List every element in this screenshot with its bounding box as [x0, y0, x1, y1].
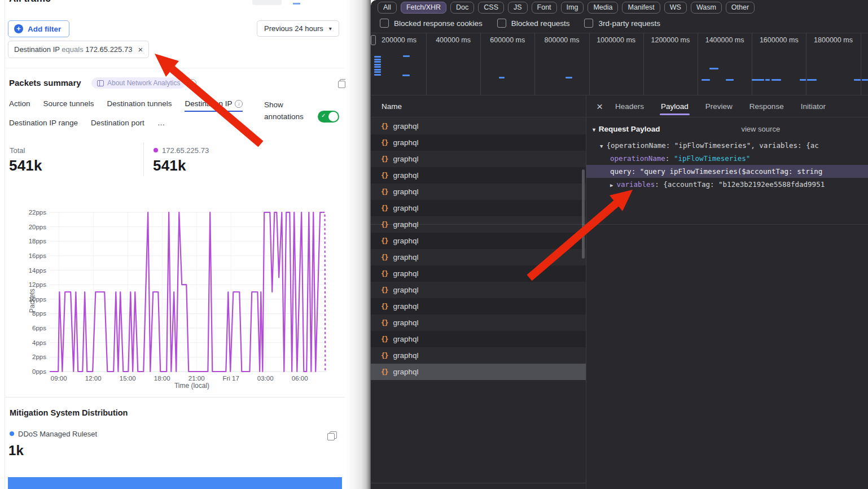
- svg-text:21:00: 21:00: [188, 375, 205, 382]
- details-tab-response[interactable]: Response: [749, 97, 784, 115]
- request-name: graphql: [393, 138, 418, 147]
- tab-label: Destination tunnels: [107, 99, 172, 108]
- request-row-graphql[interactable]: {}graphql: [371, 233, 586, 249]
- svg-text:20pps: 20pps: [29, 224, 47, 230]
- timeline-request-bar: [374, 56, 381, 58]
- payload-token: "query ipFlowTimeseries($accountTag: str…: [640, 167, 823, 176]
- name-column-header[interactable]: Name: [382, 102, 402, 111]
- triangle-down-icon[interactable]: ▼: [600, 143, 603, 149]
- add-filter-label: Add filter: [28, 25, 61, 33]
- tab-action[interactable]: Action: [9, 99, 30, 112]
- filter-chip[interactable]: Destination IP equals 172.65.225.73 ×: [8, 41, 149, 58]
- mitigation-legend: DDoS Managed Ruleset: [18, 430, 97, 438]
- details-tab-headers[interactable]: Headers: [615, 97, 644, 115]
- packets-summary-tabs-row2: Destination IP rangeDestination port…: [9, 119, 165, 131]
- timeline-request-bar: [374, 71, 381, 73]
- about-network-analytics-badge[interactable]: About Network Analytics: [91, 77, 186, 89]
- remove-filter-icon[interactable]: ×: [138, 46, 143, 53]
- request-row-graphql[interactable]: {}graphql: [371, 331, 586, 347]
- show-annotations-toggle[interactable]: ✓: [318, 111, 339, 123]
- timeline-tick-label: 1200000 ms: [651, 36, 690, 44]
- clipped-toolbar-fragment: [252, 0, 282, 5]
- request-row-graphql[interactable]: {}graphql: [371, 200, 586, 216]
- checkbox-blocked-requests[interactable]: Blocked requests: [497, 19, 570, 28]
- filter-pill-css[interactable]: CSS: [478, 2, 504, 14]
- tab-destination-ip[interactable]: Destination IPi: [185, 99, 243, 112]
- filter-pill-fetch-xhr[interactable]: Fetch/XHR: [401, 2, 446, 14]
- timeline-request-bar: [807, 79, 817, 81]
- scrollbar-thumb[interactable]: [582, 169, 585, 259]
- add-filter-button[interactable]: + Add filter: [8, 20, 69, 37]
- filter-pill-other[interactable]: Other: [726, 2, 755, 14]
- timeline-request-bar: [709, 68, 718, 69]
- timeline-request-bar: [726, 79, 734, 81]
- expand-panel-icon[interactable]: [330, 431, 337, 439]
- request-row-graphql[interactable]: {}graphql: [371, 347, 586, 364]
- stat-ip-value: 541k: [153, 157, 186, 174]
- tab-destination-tunnels[interactable]: Destination tunnels: [107, 99, 172, 112]
- svg-text:2pps: 2pps: [32, 353, 46, 360]
- filter-pill-media[interactable]: Media: [588, 2, 618, 14]
- tab-source-tunnels[interactable]: Source tunnels: [43, 99, 94, 112]
- payload-tree-line[interactable]: operationName: "ipFlowTimeseries": [586, 152, 868, 165]
- svg-text:10pps: 10pps: [29, 296, 47, 303]
- filter-pill-doc[interactable]: Doc: [450, 2, 474, 14]
- triangle-right-icon[interactable]: ▶: [610, 182, 613, 188]
- filter-pill-all[interactable]: All: [378, 2, 397, 14]
- request-row-graphql[interactable]: {}graphql: [371, 364, 586, 380]
- filter-pill-js[interactable]: JS: [508, 2, 528, 14]
- request-row-graphql[interactable]: {}graphql: [371, 167, 586, 184]
- payload-tree-line[interactable]: ▼{operationName: "ipFlowTimeseries", var…: [586, 139, 868, 152]
- filter-pill-wasm[interactable]: Wasm: [691, 2, 722, 14]
- request-payload-section-title[interactable]: ▼ Request Payload: [591, 125, 660, 133]
- request-row-graphql[interactable]: {}graphql: [371, 118, 586, 134]
- devtools-network-panel: AllFetch/XHRDocCSSJSFontImgMediaManifest…: [371, 0, 868, 489]
- tab--[interactable]: …: [157, 119, 165, 131]
- network-overview-timeline[interactable]: 200000 ms400000 ms600000 ms800000 ms1000…: [371, 33, 868, 95]
- request-row-graphql[interactable]: {}graphql: [371, 315, 586, 331]
- svg-text:22pps: 22pps: [29, 209, 47, 216]
- timeline-drag-handle[interactable]: [371, 35, 376, 45]
- timeline-request-bar: [854, 79, 861, 81]
- time-range-dropdown[interactable]: Previous 24 hours ▾: [257, 20, 339, 37]
- timeline-request-bar: [702, 79, 710, 81]
- checkbox-3rd-party-requests[interactable]: 3rd-party requests: [584, 19, 660, 28]
- checkbox-label: 3rd-party requests: [598, 19, 660, 28]
- payload-tree-line[interactable]: query: "query ipFlowTimeseries($accountT…: [586, 165, 868, 178]
- request-row-graphql[interactable]: {}graphql: [371, 249, 586, 265]
- clock-icon: [188, 79, 196, 87]
- filter-pill-ws[interactable]: WS: [664, 2, 687, 14]
- legend-dot-icon: [10, 431, 14, 436]
- request-row-graphql[interactable]: {}graphql: [371, 282, 586, 298]
- details-tab-preview[interactable]: Preview: [705, 97, 733, 115]
- request-name: graphql: [393, 351, 418, 360]
- filter-pill-img[interactable]: Img: [561, 2, 584, 14]
- tab-destination-ip-range[interactable]: Destination IP range: [9, 119, 78, 131]
- timeline-request-bar: [752, 79, 764, 81]
- details-tab-initiator[interactable]: Initiator: [801, 97, 826, 115]
- timeline-request-bar: [800, 79, 806, 81]
- timeline-tick-label: 1600000 ms: [760, 36, 799, 44]
- payload-token: variables: [616, 180, 655, 189]
- timeline-request-bar: [374, 59, 381, 60]
- tab-destination-port[interactable]: Destination port: [91, 119, 144, 131]
- stat-divider: [143, 142, 144, 176]
- view-source-link[interactable]: view source: [741, 125, 780, 133]
- payload-tree-line[interactable]: ▶variables: {accountTag: "b12e3b2192ee55…: [586, 178, 868, 191]
- timeline-gridline: [698, 33, 698, 95]
- filter-pill-manifest[interactable]: Manifest: [622, 2, 660, 14]
- svg-text:Fri 17: Fri 17: [223, 375, 239, 382]
- request-row-graphql[interactable]: {}graphql: [371, 134, 586, 151]
- screenshot-root: All traffic + Add filter Previous 24 hou…: [0, 0, 868, 489]
- checkbox-blocked-response-cookies[interactable]: Blocked response cookies: [380, 19, 483, 28]
- request-name: graphql: [393, 269, 418, 278]
- timeline-request-bar: [499, 77, 505, 78]
- close-details-icon[interactable]: ×: [597, 101, 603, 112]
- details-tab-payload[interactable]: Payload: [661, 97, 689, 115]
- request-row-graphql[interactable]: {}graphql: [371, 151, 586, 167]
- check-icon: ✓: [321, 112, 326, 119]
- request-row-graphql[interactable]: {}graphql: [371, 265, 586, 282]
- request-row-graphql[interactable]: {}graphql: [371, 298, 586, 315]
- request-row-graphql[interactable]: {}graphql: [371, 184, 586, 200]
- filter-pill-font[interactable]: Font: [532, 2, 557, 14]
